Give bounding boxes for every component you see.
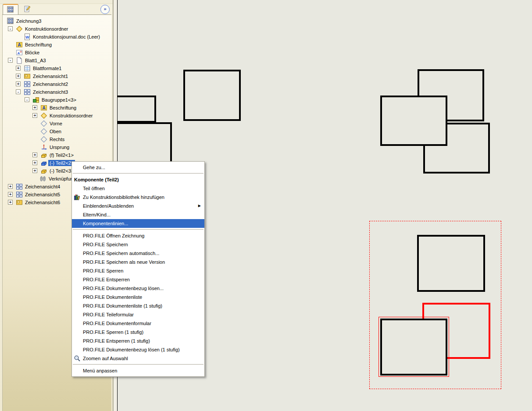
menu-item[interactable]: Menü anpassen [72, 366, 204, 375]
menu-item[interactable]: Gehe zu... [72, 163, 204, 172]
menu-item[interactable]: Teil öffnen [72, 184, 204, 193]
menu-item-label: Komponentenlinien... [83, 221, 128, 226]
tree-item-label[interactable]: Zeichenansicht1 [32, 73, 69, 79]
tree-item-label[interactable]: Zeichenansicht3 [32, 89, 69, 95]
tree-item-label[interactable]: (f) Teil2<1> [48, 152, 75, 158]
tree-row: -Zeichenansicht3 [3, 88, 111, 96]
submenu-arrow-icon: ▶ [198, 202, 201, 210]
menu-item[interactable]: PRO.FILE Dokumentenbezug lösen... [72, 284, 204, 293]
menu-item[interactable]: PRO.FILE Dokumentenbezug lösen (1 stufig… [72, 345, 204, 354]
part-blue-icon [40, 159, 47, 167]
menu-item[interactable]: PRO.FILE Sperren [72, 266, 204, 275]
collapse-expander-icon[interactable]: - [8, 26, 13, 31]
expand-expander-icon[interactable]: + [8, 184, 13, 189]
menu-item-label: PRO.FILE Dokumentenliste (1 stufig) [83, 303, 162, 308]
menu-item[interactable]: PRO.FILE Dokumentenliste [72, 293, 204, 301]
menu-item-label: Eltern/Kind... [83, 212, 111, 217]
tree-row: -Baugruppe1<3> [3, 96, 111, 104]
svg-text:A: A [43, 106, 46, 110]
tree-item-label[interactable]: Konstruktionsordner [48, 113, 94, 119]
tree-item-label[interactable]: Zeichnung3 [15, 18, 43, 24]
part-yellow-icon [40, 167, 47, 174]
expand-expander-icon[interactable]: + [32, 105, 37, 110]
collapse-expander-icon[interactable]: - [8, 58, 13, 63]
view-rect-single[interactable] [183, 70, 241, 121]
tree-item-label[interactable]: Beschriftung [48, 105, 78, 111]
menu-item[interactable]: PRO.FILE Speichern automatisch... [72, 249, 204, 258]
tree-item-label[interactable]: Zeichenansicht4 [24, 184, 61, 190]
expand-expander-icon[interactable]: + [8, 200, 13, 205]
tree-item-label[interactable]: Blatt1_A3 [24, 57, 47, 64]
menu-item[interactable]: PRO.FILE Entsperren [72, 275, 204, 284]
tree-item-label[interactable]: Blattformate1 [32, 65, 63, 71]
menu-item[interactable]: PRO.FILE Speichern als neue Version [72, 258, 204, 266]
expand-expander-icon[interactable]: + [16, 66, 21, 71]
word-doc-icon: W [24, 33, 31, 40]
tree-item-label[interactable]: Oben [48, 128, 63, 135]
menu-item[interactable]: Komponentenlinien... [72, 219, 204, 228]
menu-item[interactable]: PRO.FILE Entsperren (1 stufig) [72, 337, 204, 345]
component-highlight-box[interactable] [378, 317, 449, 377]
menu-item[interactable]: PRO.FILE Öffnen Zeichnung [72, 231, 204, 240]
tree-row: +Konstruktionsordner [3, 112, 111, 120]
panel-overflow-button[interactable]: » [100, 5, 110, 14]
menu-item[interactable]: PRO.FILE Teileformular [72, 310, 204, 319]
collapse-expander-icon[interactable]: - [25, 97, 29, 102]
tree-item-label[interactable]: Zeichenansicht6 [24, 199, 61, 206]
tree-item-label[interactable]: Konstruktionsordner [24, 26, 69, 32]
tree-item-label[interactable]: Konstruktionsjournal.doc (Leer) [32, 34, 101, 40]
menu-header: Komponente (Teil2) [72, 175, 204, 184]
menu-item[interactable]: PRO.FILE Speichern [72, 240, 204, 249]
expand-expander-icon[interactable]: + [32, 113, 37, 118]
tree-item-label[interactable]: Beschriftung [24, 42, 53, 48]
tree-row: Ursprung [3, 143, 111, 151]
sheet-icon [16, 57, 23, 64]
tree-item-label[interactable]: Ursprung [48, 144, 71, 150]
menu-item[interactable]: PRO.FILE Dokumentenliste (1 stufig) [72, 301, 204, 310]
design-binder-icon [16, 25, 23, 32]
menu-separator [73, 364, 204, 365]
tree-row: Oben [3, 128, 111, 135]
tree-item-label[interactable]: Blöcke [24, 50, 41, 56]
collapse-expander-icon[interactable]: - [16, 89, 21, 94]
tree-item-label[interactable]: Zeichenansicht5 [24, 191, 61, 198]
tree-item-label[interactable]: Baugruppe1<3> [40, 97, 78, 103]
svg-text:W: W [25, 35, 29, 39]
menu-item[interactable]: Zu Konstruktionsbibliothek hinzufügen [72, 193, 204, 202]
menu-item-label: PRO.FILE Entsperren [83, 277, 130, 282]
menu-item-label: PRO.FILE Dokumentenbezug lösen... [83, 286, 164, 291]
menu-item-label: Gehe zu... [83, 165, 105, 170]
menu-item[interactable]: Zoomen auf Auswahl [72, 354, 204, 363]
expand-expander-icon[interactable]: + [16, 81, 21, 86]
tree-row: +Zeichenansicht1 [3, 72, 111, 80]
expand-expander-icon[interactable]: + [8, 192, 13, 197]
tree-row: WKonstruktionsjournal.doc (Leer) [3, 33, 111, 41]
plane-icon [40, 136, 47, 143]
tree-item-label[interactable]: Zeichenansicht2 [32, 81, 69, 87]
menu-item-label: PRO.FILE Dokumentenbezug lösen (1 stufig… [83, 347, 180, 352]
expand-expander-icon[interactable]: + [32, 168, 37, 173]
view6-rect-top[interactable] [417, 235, 485, 292]
expand-expander-icon[interactable]: + [32, 160, 37, 165]
propertymanager-icon [24, 5, 31, 14]
context-menu: Gehe zu...Komponente (Teil2)Teil öffnenZ… [71, 161, 205, 377]
tab-featuremanager[interactable] [3, 4, 18, 14]
tab-propertymanager[interactable] [19, 4, 35, 14]
menu-item[interactable]: PRO.FILE Dokumentenformular [72, 319, 204, 328]
tree-item-label[interactable]: Rechts [48, 136, 66, 142]
annotations-icon: A [40, 104, 47, 111]
view3-rect-left[interactable] [380, 96, 447, 146]
menu-separator [73, 173, 204, 174]
expand-expander-icon[interactable]: + [32, 152, 37, 157]
menu-item-label: PRO.FILE Speichern [83, 242, 128, 247]
menu-item[interactable]: PRO.FILE Sperren (1 stufig) [72, 328, 204, 337]
menu-item[interactable]: Einblenden/Ausblenden▶ [72, 202, 204, 210]
menu-item[interactable]: Eltern/Kind... [72, 210, 204, 219]
menu-item-label: Einblenden/Ausblenden [83, 203, 134, 209]
expand-expander-icon[interactable]: + [16, 74, 21, 78]
tree-item-label[interactable]: Vorne [48, 120, 64, 127]
menu-item-label: PRO.FILE Entsperren (1 stufig) [83, 338, 150, 344]
tree-row: Vorne [3, 120, 111, 128]
tree-row: -Konstruktionsordner [3, 25, 111, 33]
menu-item-label: Menü anpassen [83, 368, 117, 373]
